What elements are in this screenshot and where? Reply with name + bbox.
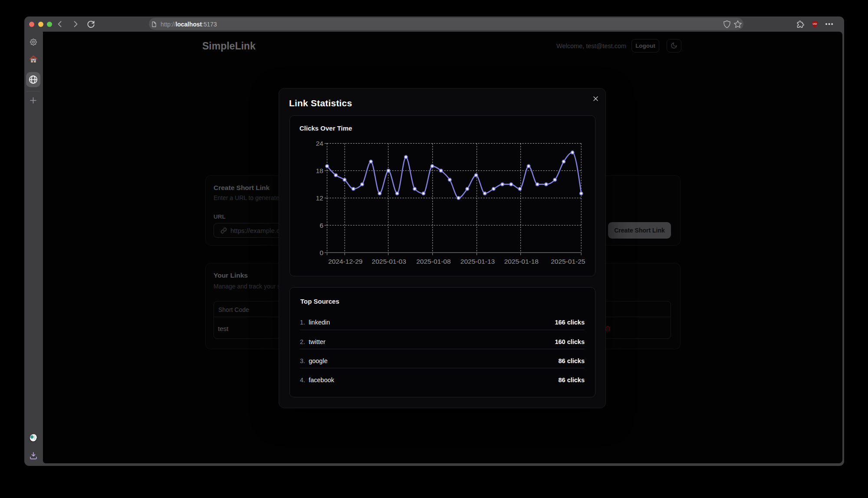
svg-text:18: 18 [316, 167, 323, 174]
svg-text:2025-01-25: 2025-01-25 [551, 258, 585, 265]
svg-text:12: 12 [316, 194, 323, 202]
svg-text:24: 24 [316, 140, 324, 147]
svg-text:UO: UO [813, 22, 817, 25]
svg-text:2025-01-13: 2025-01-13 [460, 258, 495, 265]
svg-text:0: 0 [319, 249, 323, 256]
svg-text:6: 6 [319, 222, 323, 229]
svg-text:2025-01-18: 2025-01-18 [504, 258, 539, 265]
svg-text:2025-01-08: 2025-01-08 [416, 258, 450, 265]
svg-text:2025-01-03: 2025-01-03 [372, 258, 406, 265]
svg-text:2024-12-29: 2024-12-29 [328, 258, 362, 265]
